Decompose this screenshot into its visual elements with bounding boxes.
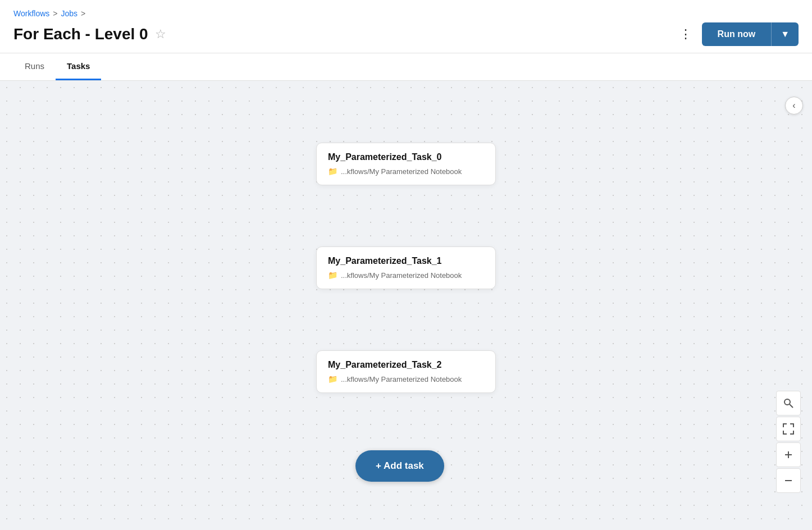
add-task-button[interactable]: + Add task <box>355 450 444 482</box>
header-left: For Each - Level 0 ☆ <box>13 25 166 43</box>
search-zoom-button[interactable] <box>776 391 801 415</box>
folder-icon-0: 📁 <box>328 167 337 176</box>
zoom-in-button[interactable] <box>776 442 801 467</box>
breadcrumb-sep2: > <box>81 9 85 18</box>
more-options-button[interactable]: ⋮ <box>674 24 697 45</box>
collapse-sidebar-button[interactable]: ‹ <box>785 97 803 115</box>
breadcrumb-sep1: > <box>53 9 57 18</box>
folder-icon-2: 📁 <box>328 374 337 383</box>
tab-tasks[interactable]: Tasks <box>56 53 101 80</box>
task-card-1[interactable]: My_Parameterized_Task_1 📁 ...kflows/My P… <box>316 246 496 289</box>
task-path-2: 📁 ...kflows/My Parameterized Notebook <box>328 374 484 383</box>
task-name-0: My_Parameterized_Task_0 <box>328 152 484 162</box>
add-task-label: + Add task <box>376 460 424 472</box>
task-card-0[interactable]: My_Parameterized_Task_0 📁 ...kflows/My P… <box>316 143 496 185</box>
task-name-1: My_Parameterized_Task_1 <box>328 256 484 266</box>
svg-line-1 <box>790 404 793 408</box>
header: Workflows > Jobs > For Each - Level 0 ☆ … <box>0 0 812 53</box>
fit-view-button[interactable] <box>776 417 801 441</box>
breadcrumb-workflows[interactable]: Workflows <box>13 9 49 18</box>
svg-point-0 <box>784 399 790 405</box>
task-path-text-2: ...kflows/My Parameterized Notebook <box>341 375 462 383</box>
tab-runs[interactable]: Runs <box>13 53 56 80</box>
run-now-button[interactable]: Run now <box>702 22 772 46</box>
task-path-text-1: ...kflows/My Parameterized Notebook <box>341 271 462 280</box>
star-icon[interactable]: ☆ <box>155 27 166 42</box>
header-right: ⋮ Run now ▼ <box>674 22 799 46</box>
breadcrumb: Workflows > Jobs > <box>13 9 799 18</box>
task-card-2[interactable]: My_Parameterized_Task_2 📁 ...kflows/My P… <box>316 350 496 393</box>
task-path-0: 📁 ...kflows/My Parameterized Notebook <box>328 167 484 176</box>
canvas-area: ‹ My_Parameterized_Task_0 📁 ...kflows/My… <box>0 81 812 530</box>
breadcrumb-jobs[interactable]: Jobs <box>61 9 78 18</box>
task-name-2: My_Parameterized_Task_2 <box>328 360 484 370</box>
task-path-1: 📁 ...kflows/My Parameterized Notebook <box>328 271 484 280</box>
task-path-text-0: ...kflows/My Parameterized Notebook <box>341 167 462 176</box>
header-row: For Each - Level 0 ☆ ⋮ Run now ▼ <box>13 22 799 53</box>
run-now-dropdown-button[interactable]: ▼ <box>771 22 799 46</box>
zoom-out-button[interactable] <box>776 468 801 493</box>
zoom-controls <box>776 391 801 493</box>
run-now-group: Run now ▼ <box>702 22 799 46</box>
folder-icon-1: 📁 <box>328 271 337 280</box>
page-title: For Each - Level 0 <box>13 25 148 43</box>
tabs-row: Runs Tasks <box>0 53 812 81</box>
